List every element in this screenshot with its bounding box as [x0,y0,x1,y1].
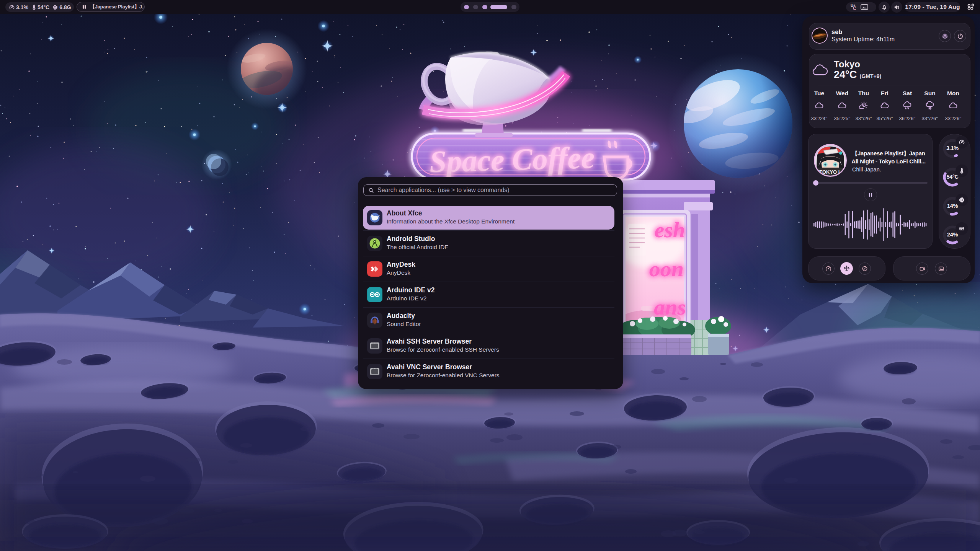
svg-text:esh: esh [654,217,685,242]
svg-text:Space Coffee: Space Coffee [429,141,595,179]
svg-text:ans: ans [654,295,686,320]
svg-text:oon: oon [649,256,684,281]
